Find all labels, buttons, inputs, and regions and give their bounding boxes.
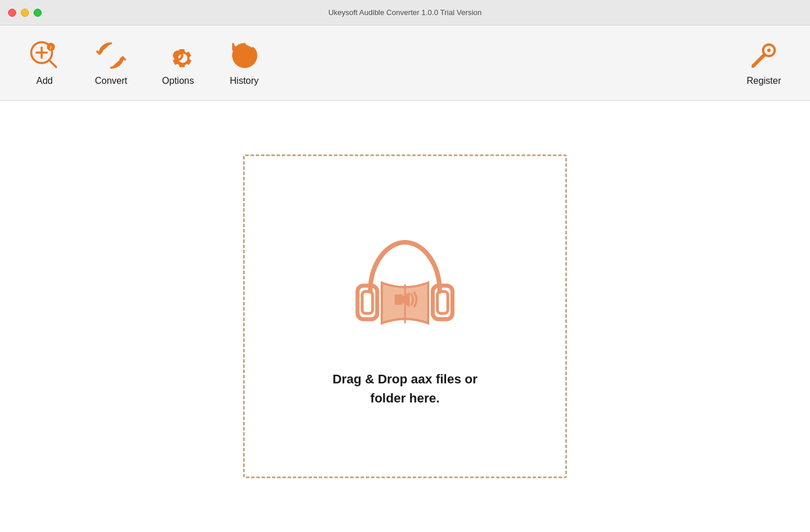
add-icon: ♪ [29,40,60,71]
convert-button[interactable]: Convert [78,32,145,94]
history-label: History [230,76,259,86]
drop-zone-text: Drag & Drop aax files orfolder here. [333,370,478,408]
svg-rect-5 [362,291,373,313]
convert-icon [95,40,127,71]
convert-label: Convert [95,76,127,86]
toolbar-left: ♪ Add Convert Options [12,32,277,94]
drop-zone[interactable]: Drag & Drop aax files orfolder here. [243,154,567,478]
svg-rect-7 [437,291,448,313]
history-button[interactable]: History [211,32,277,94]
minimize-button[interactable] [21,9,29,17]
register-label: Register [746,76,781,86]
app-title: Ukeysoft Audible Converter 1.0.0 Trial V… [328,8,481,17]
svg-text:♪: ♪ [49,44,52,50]
maximize-button[interactable] [34,9,42,17]
options-icon [163,40,194,71]
window-controls [8,9,42,17]
toolbar-right: Register [729,32,798,94]
title-bar: Ukeysoft Audible Converter 1.0.0 Trial V… [0,0,810,25]
options-button[interactable]: Options [145,32,211,94]
options-label: Options [162,76,194,86]
add-label: Add [36,76,53,86]
register-icon [748,40,779,71]
close-button[interactable] [8,9,16,17]
svg-rect-9 [395,294,403,305]
history-icon [229,40,260,71]
drop-zone-illustration [341,225,469,352]
main-content: Drag & Drop aax files orfolder here. [0,101,810,532]
register-button[interactable]: Register [729,32,798,94]
svg-point-3 [767,49,771,52]
toolbar: ♪ Add Convert Options [0,25,810,101]
add-button[interactable]: ♪ Add [12,32,78,94]
